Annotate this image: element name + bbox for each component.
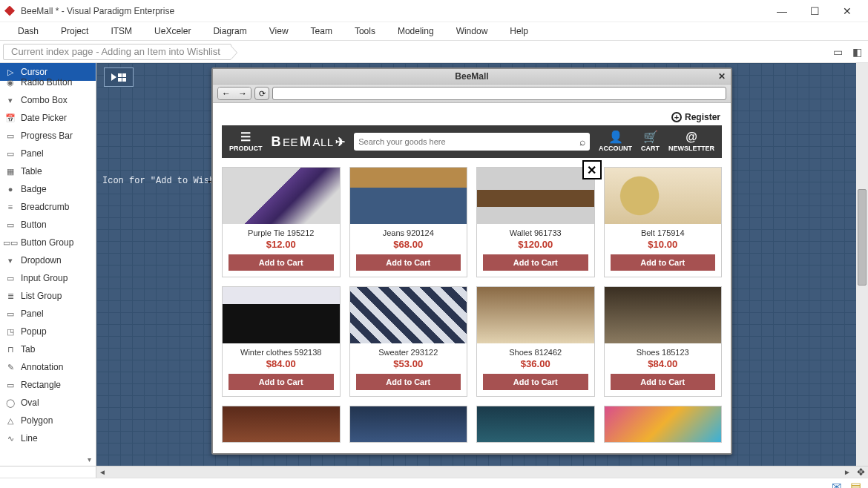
palette-item-icon: ◳	[4, 326, 16, 337]
palette-item-popup[interactable]: ◳Popup	[0, 323, 96, 340]
product-price: $84.00	[223, 358, 340, 369]
palette-item-panel[interactable]: ▭Panel	[0, 305, 96, 323]
scrollbar-thumb[interactable]	[858, 189, 867, 286]
nav-product[interactable]: ☰ PRODUCT	[229, 131, 263, 152]
forward-icon[interactable]: →	[234, 88, 251, 99]
back-icon[interactable]: ←	[218, 88, 234, 99]
nav-account[interactable]: 👤 ACCOUNT	[599, 131, 632, 152]
wireframe-close-button[interactable]: ✕	[716, 70, 728, 82]
palette-item-badge[interactable]: ●Badge	[0, 180, 96, 198]
site-search[interactable]: ⌕	[354, 133, 590, 151]
canvas-vertical-scrollbar[interactable]	[856, 63, 868, 466]
register-link[interactable]: + Register	[222, 109, 722, 125]
palette-item-label: List Group	[21, 291, 62, 301]
wireframe-reload-button[interactable]: ⟳	[254, 87, 269, 100]
add-to-cart-button[interactable]: Add to Cart	[483, 374, 588, 390]
add-to-cart-button[interactable]: Add to Cart	[356, 254, 461, 271]
menu-window[interactable]: Window	[446, 24, 499, 39]
menu-project[interactable]: Project	[50, 24, 99, 39]
wireframe-nav-buttons[interactable]: ←→	[217, 87, 251, 100]
window-close-button[interactable]: ✕	[831, 0, 864, 22]
palette-item-combo-box[interactable]: ▾Combo Box	[0, 91, 96, 109]
palette-item-progress-bar[interactable]: ▭Progress Bar	[0, 127, 96, 145]
menu-view[interactable]: View	[259, 24, 299, 39]
palette-item-tab[interactable]: ⊓Tab	[0, 340, 96, 358]
add-to-cart-button[interactable]: Add to Cart	[483, 254, 588, 271]
add-to-cart-button[interactable]: Add to Cart	[228, 374, 334, 390]
wireframe-browser-window[interactable]: BeeMall ✕ ←→ ⟳ + Register ☰	[211, 67, 732, 455]
menu-uexceler[interactable]: UeXceler	[144, 24, 201, 39]
product-card[interactable]: Winter clothes 592138$84.00Add to Cart	[222, 286, 341, 397]
add-to-cart-button[interactable]: Add to Cart	[228, 254, 334, 271]
window-minimize-button[interactable]: —	[766, 0, 798, 22]
nav-cart[interactable]: 🛒 CART	[641, 131, 660, 152]
product-card[interactable]	[476, 406, 595, 443]
window-maximize-button[interactable]: ☐	[798, 0, 831, 22]
hscroll-left-icon[interactable]: ◄	[96, 466, 108, 478]
palette-item-button-group[interactable]: ▭▭Button Group	[0, 234, 96, 251]
product-card[interactable]: Shoes 185123$84.00Add to Cart	[604, 286, 723, 397]
add-to-cart-button[interactable]: Add to Cart	[611, 374, 716, 390]
nav-newsletter[interactable]: @ NEWSLETTER	[668, 131, 714, 152]
panes-icon[interactable]: ◧	[849, 44, 865, 60]
palette-item-label: Panel	[21, 148, 44, 159]
tool-palette: ▷Cursor◉Radio Button▾Combo Box📅Date Pick…	[0, 63, 96, 466]
palette-item-polygon[interactable]: △Polygon	[0, 412, 96, 429]
palette-more-icon[interactable]: ▾	[88, 455, 91, 464]
pan-icon[interactable]: ✥	[853, 466, 868, 478]
palette-item-rectangle[interactable]: ▭Rectangle	[0, 376, 96, 394]
palette-item-panel[interactable]: ▭Panel	[0, 145, 96, 162]
menu-modeling[interactable]: Modeling	[387, 24, 444, 39]
menu-team[interactable]: Team	[300, 24, 343, 39]
add-to-cart-button[interactable]: Add to Cart	[356, 374, 461, 390]
palette-item-icon: ●	[4, 184, 16, 194]
product-card[interactable]: Jeans 920124$68.00Add to Cart	[349, 167, 468, 277]
main-menubar: Dash Project ITSM UeXceler Diagram View …	[0, 22, 868, 41]
palette-item-breadcrumb[interactable]: ≡Breadcrumb	[0, 198, 96, 216]
menu-itsm[interactable]: ITSM	[100, 24, 142, 39]
product-card[interactable]: Belt 175914$10.00Add to Cart	[604, 167, 723, 277]
palette-item-icon: ▭▭	[4, 237, 16, 248]
product-card[interactable]	[349, 406, 468, 443]
palette-item-dropdown[interactable]: ▾Dropdown	[0, 251, 96, 269]
product-card[interactable]	[222, 406, 341, 443]
palette-item-button[interactable]: ▭Button	[0, 216, 96, 234]
product-card[interactable]	[604, 406, 723, 443]
palette-item-annotation[interactable]: ✎Annotation	[0, 358, 96, 376]
palette-item-oval[interactable]: ◯Oval	[0, 394, 96, 412]
breadcrumb[interactable]: Current index page - Adding an Item into…	[3, 44, 231, 60]
canvas-run-hierarchy-button[interactable]	[104, 67, 134, 87]
product-card[interactable]: ✕Wallet 961733$120.00Add to Cart	[476, 167, 595, 277]
menu-dash[interactable]: Dash	[7, 24, 49, 39]
palette-item-line[interactable]: ∿Line	[0, 429, 96, 447]
diagram-canvas[interactable]: Icon for "Add to Wishlist" BeeMall ✕ ←→ …	[96, 63, 868, 466]
product-card[interactable]: Sweater 293122$53.00Add to Cart	[349, 286, 468, 397]
fit-width-icon[interactable]: ▭	[829, 44, 846, 60]
product-card[interactable]: Shoes 812462$36.00Add to Cart	[476, 286, 595, 397]
product-card[interactable]: Purple Tie 195212$12.00Add to Cart	[222, 167, 341, 277]
menu-help[interactable]: Help	[499, 24, 539, 39]
palette-item-input-group[interactable]: ▭Input Group	[0, 269, 96, 287]
hscroll-right-icon[interactable]: ►	[841, 466, 853, 478]
palette-item-label: Polygon	[21, 415, 53, 426]
note-icon[interactable]: ▤	[849, 481, 862, 489]
search-icon[interactable]: ⌕	[579, 136, 585, 148]
palette-item-date-picker[interactable]: 📅Date Picker	[0, 109, 96, 127]
site-brand[interactable]: BEEMALL✈	[272, 134, 346, 150]
palette-item-icon: ▭	[4, 273, 16, 283]
mail-icon[interactable]: ✉	[829, 481, 843, 489]
menu-tools[interactable]: Tools	[344, 24, 386, 39]
palette-item-icon: 📅	[4, 113, 16, 123]
wishlist-icon[interactable]: ✕	[582, 160, 602, 179]
status-bar: ✉ ▤	[0, 478, 868, 488]
palette-item-list-group[interactable]: ≣List Group	[0, 287, 96, 305]
palette-item-label: Oval	[21, 398, 39, 408]
palette-item-table[interactable]: ▦Table	[0, 162, 96, 180]
wireframe-window-titlebar[interactable]: BeeMall ✕	[213, 69, 731, 84]
menu-diagram[interactable]: Diagram	[203, 24, 257, 39]
wireframe-url-field[interactable]	[272, 87, 726, 100]
canvas-horizontal-scrollbar[interactable]: ◄ ► ✥	[0, 466, 868, 478]
product-name: Shoes 185123	[605, 348, 722, 357]
add-to-cart-button[interactable]: Add to Cart	[611, 254, 716, 271]
search-input[interactable]	[358, 137, 579, 146]
